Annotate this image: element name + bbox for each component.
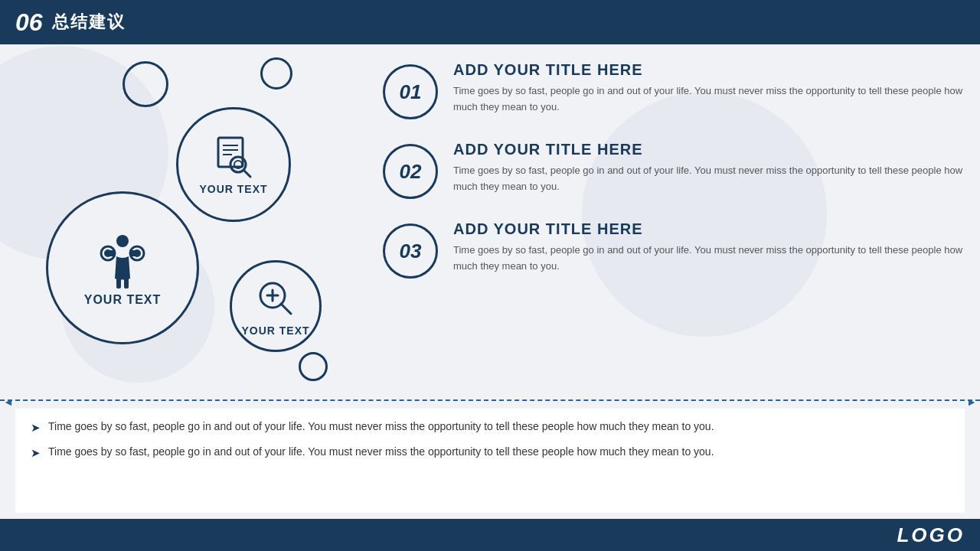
bottom-text-1: Time goes by so fast, people go in and o… bbox=[48, 418, 714, 435]
circle-medium: YOUR TEXT bbox=[176, 107, 291, 222]
divider-arrow-right: ► bbox=[966, 396, 977, 408]
item-number-circle-2: 02 bbox=[383, 144, 438, 199]
circle-small: YOUR TEXT bbox=[230, 260, 322, 352]
bullet-arrow-2: ➤ bbox=[31, 444, 41, 462]
binoculars-icon bbox=[92, 229, 153, 290]
bottom-text-2: Time goes by so fast, people go in and o… bbox=[48, 443, 714, 460]
svg-line-15 bbox=[243, 170, 250, 177]
item-title-2: ADD YOUR TITLE HERE bbox=[453, 141, 965, 158]
header-bar: 06 总结建议 bbox=[0, 0, 980, 44]
item-title-1: ADD YOUR TITLE HERE bbox=[453, 61, 965, 79]
item-content-3: ADD YOUR TITLE HERE Time goes by so fast… bbox=[453, 220, 965, 275]
divider-arrow-left: ◄ bbox=[3, 396, 14, 408]
slide-number: 06 bbox=[15, 8, 43, 37]
left-section: YOUR TEXT YOUR TEXT YOUR TEXT bbox=[23, 54, 375, 421]
item-number-2: 02 bbox=[400, 160, 422, 184]
logo-text: LOGO bbox=[897, 523, 965, 547]
item-row-3: 03 ADD YOUR TITLE HERE Time goes by so f… bbox=[383, 220, 965, 279]
item-desc-3: Time goes by so fast, people go in and o… bbox=[453, 243, 965, 275]
svg-point-6 bbox=[133, 249, 141, 257]
divider-line bbox=[0, 399, 980, 401]
item-content-2: ADD YOUR TITLE HERE Time goes by so fast… bbox=[453, 141, 965, 195]
svg-rect-7 bbox=[116, 275, 121, 289]
svg-line-19 bbox=[281, 304, 291, 314]
search-plus-icon bbox=[253, 276, 299, 321]
bottom-item-1: ➤ Time goes by so fast, people go in and… bbox=[31, 418, 949, 437]
bottom-section: ➤ Time goes by so fast, people go in and… bbox=[15, 409, 965, 513]
bottom-item-2: ➤ Time goes by so fast, people go in and… bbox=[31, 443, 949, 462]
deco-circle-1 bbox=[122, 61, 168, 107]
item-number-1: 01 bbox=[400, 80, 422, 104]
right-section: 01 ADD YOUR TITLE HERE Time goes by so f… bbox=[383, 61, 965, 300]
item-desc-1: Time goes by so fast, people go in and o… bbox=[453, 83, 965, 116]
slide-title: 总结建议 bbox=[52, 11, 126, 34]
svg-point-0 bbox=[116, 235, 129, 247]
circle-large: YOUR TEXT bbox=[46, 191, 199, 344]
item-title-3: ADD YOUR TITLE HERE bbox=[453, 220, 965, 238]
item-row-1: 01 ADD YOUR TITLE HERE Time goes by so f… bbox=[383, 61, 965, 119]
circle-large-label: YOUR TEXT bbox=[84, 293, 162, 307]
deco-circle-2 bbox=[260, 57, 292, 90]
item-row-2: 02 ADD YOUR TITLE HERE Time goes by so f… bbox=[383, 141, 965, 199]
svg-point-5 bbox=[104, 249, 112, 257]
item-number-circle-1: 01 bbox=[383, 64, 438, 119]
item-number-3: 03 bbox=[400, 240, 422, 263]
item-desc-2: Time goes by so fast, people go in and o… bbox=[453, 163, 965, 195]
footer-bar: LOGO bbox=[0, 519, 980, 551]
circle-medium-label: YOUR TEXT bbox=[199, 183, 267, 195]
item-number-circle-3: 03 bbox=[383, 223, 438, 279]
circle-small-label: YOUR TEXT bbox=[241, 324, 309, 337]
item-content-1: ADD YOUR TITLE HERE Time goes by so fast… bbox=[453, 61, 965, 116]
bullet-arrow-1: ➤ bbox=[31, 419, 41, 437]
document-search-icon bbox=[211, 134, 256, 180]
deco-circle-3 bbox=[299, 352, 328, 381]
svg-rect-8 bbox=[124, 275, 129, 289]
